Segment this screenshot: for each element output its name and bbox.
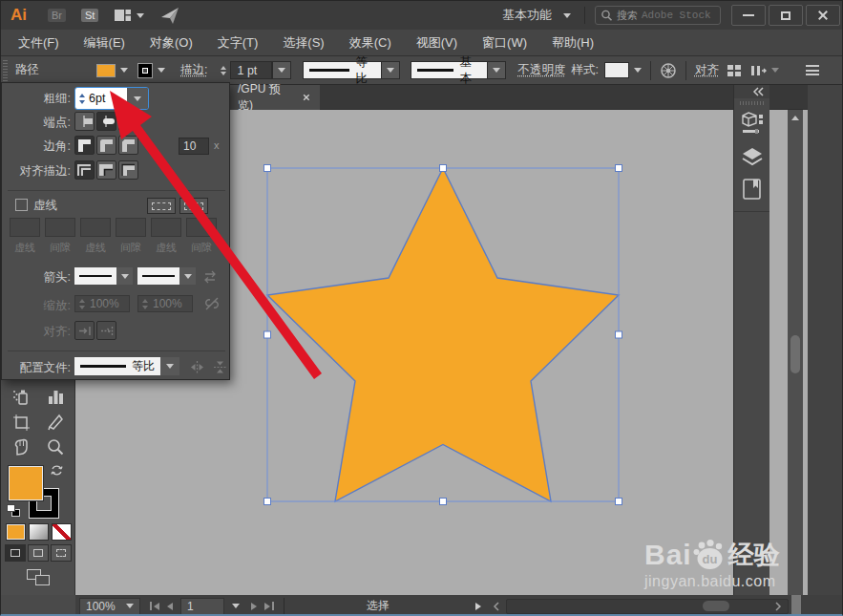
chevron-down-icon[interactable]: [771, 68, 779, 73]
next-artboard-icon[interactable]: [251, 603, 257, 610]
panel-menu-icon[interactable]: [806, 65, 819, 75]
draw-behind-button[interactable]: [28, 544, 49, 562]
chevron-down-icon[interactable]: [158, 68, 165, 73]
color-mode-button[interactable]: [6, 523, 26, 541]
none-mode-button[interactable]: [52, 523, 72, 541]
draw-inside-button[interactable]: [51, 544, 72, 562]
stroke-weight-dropdown[interactable]: [272, 61, 291, 79]
column-graph-tool[interactable]: [44, 386, 67, 407]
join-miter-button[interactable]: [74, 136, 95, 155]
join-bevel-button[interactable]: [118, 136, 138, 155]
stroke-panel-link[interactable]: 描边:: [180, 62, 207, 78]
collapse-panels-icon[interactable]: [750, 86, 766, 97]
default-fill-stroke-icon[interactable]: [7, 504, 20, 517]
align-stroke-center-button[interactable]: [74, 160, 95, 180]
previous-artboard-icon[interactable]: [167, 603, 173, 610]
zoom-tool[interactable]: [44, 436, 67, 457]
menu-help[interactable]: 帮助(H): [552, 34, 594, 52]
document-tab[interactable]: /GPU 预览): [230, 85, 320, 110]
menu-file[interactable]: 文件(F): [18, 34, 59, 52]
gpu-performance-button[interactable]: [159, 6, 180, 25]
hand-tool[interactable]: [10, 436, 32, 457]
recolor-artwork-icon[interactable]: [660, 62, 677, 79]
menu-edit[interactable]: 编辑(E): [84, 34, 125, 52]
align-objects-icon[interactable]: [727, 64, 742, 77]
layers-panel-button[interactable]: [734, 146, 769, 167]
zoom-select[interactable]: 100%: [79, 598, 140, 615]
horizontal-scrollbar[interactable]: [506, 599, 789, 614]
divider: [8, 190, 225, 191]
arrange-documents-button[interactable]: [114, 8, 144, 23]
style-swatch[interactable]: [604, 62, 629, 78]
vertical-scrollbar[interactable]: [788, 110, 803, 595]
dock-grip-icon[interactable]: [740, 101, 764, 105]
close-button[interactable]: [806, 5, 840, 26]
width-profile-dropdown[interactable]: [381, 61, 400, 79]
weight-dropdown[interactable]: [127, 88, 148, 109]
artboard-number-field[interactable]: 1: [180, 598, 224, 615]
dashed-line-checkbox[interactable]: [15, 199, 28, 211]
draw-normal-button[interactable]: [5, 544, 26, 562]
first-artboard-button[interactable]: [150, 602, 159, 610]
join-round-button[interactable]: [96, 136, 116, 155]
artboard-tool[interactable]: [10, 412, 32, 433]
width-profile-select[interactable]: 等比: [74, 357, 179, 375]
workspace-switcher[interactable]: 基本功能: [502, 7, 571, 24]
stroke-color-swatch[interactable]: [137, 63, 153, 78]
stock-button[interactable]: St: [81, 9, 98, 22]
scroll-left-icon[interactable]: [493, 601, 500, 612]
weight-stepper[interactable]: [79, 94, 85, 104]
stroke-weight-stepper[interactable]: [221, 66, 226, 75]
scroll-right-icon[interactable]: [774, 601, 782, 612]
slice-tool[interactable]: [44, 412, 67, 433]
width-profile-select[interactable]: 等比: [303, 61, 381, 79]
bridge-button[interactable]: Br: [48, 9, 66, 22]
stroke-weight-value[interactable]: 1 pt: [230, 61, 272, 79]
vertical-scroll-thumb[interactable]: [790, 335, 800, 373]
fill-indicator[interactable]: [9, 466, 43, 500]
dash-align-button[interactable]: [179, 198, 208, 214]
menu-object[interactable]: 对象(O): [150, 34, 193, 52]
fill-color-swatch[interactable]: [96, 64, 116, 77]
close-tab-icon[interactable]: [303, 94, 310, 101]
brush-dropdown[interactable]: [487, 61, 506, 79]
horizontal-scroll-thumb[interactable]: [703, 601, 729, 611]
chevron-down-icon[interactable]: [634, 68, 642, 73]
maximize-button[interactable]: [769, 5, 803, 26]
chevron-down-icon[interactable]: [120, 68, 128, 73]
illustrator-window: Ai Br St 基本功能 搜索: [0, 0, 843, 616]
libraries-panel-button[interactable]: [734, 178, 769, 201]
status-menu-icon[interactable]: [475, 603, 481, 610]
dash-preserve-button[interactable]: [147, 198, 176, 214]
minimize-button[interactable]: [731, 5, 766, 26]
align-stroke-outside-button[interactable]: [118, 160, 138, 180]
align-stroke-inside-button[interactable]: [96, 160, 116, 180]
weight-input[interactable]: [89, 92, 123, 105]
miter-limit-input[interactable]: [179, 138, 209, 155]
drag-grip-icon[interactable]: [3, 60, 8, 81]
brush-select[interactable]: 基本: [411, 61, 487, 79]
screen-mode-button[interactable]: [1, 569, 75, 585]
menu-view[interactable]: 视图(V): [416, 34, 457, 52]
menu-type[interactable]: 文字(T): [218, 34, 259, 52]
cap-projecting-button[interactable]: [118, 112, 138, 131]
arrowhead-end-select[interactable]: [137, 267, 196, 285]
last-artboard-button[interactable]: [264, 602, 274, 610]
distribute-objects-icon[interactable]: [750, 64, 767, 77]
align-link[interactable]: 对齐: [695, 62, 719, 78]
menu-effect[interactable]: 效果(C): [349, 34, 391, 52]
opacity-link[interactable]: 不透明度: [517, 62, 565, 78]
menu-window[interactable]: 窗口(W): [482, 34, 527, 52]
cap-round-button[interactable]: [96, 112, 116, 131]
cap-butt-button[interactable]: [74, 112, 95, 131]
artboard-dropdown-icon[interactable]: [232, 604, 240, 608]
search-input[interactable]: 搜索 Adobe Stock: [595, 6, 721, 25]
menu-select[interactable]: 选择(S): [283, 34, 324, 52]
symbol-sprayer-tool[interactable]: [10, 386, 32, 407]
gradient-mode-button[interactable]: [29, 523, 49, 541]
scroll-up-icon[interactable]: [791, 116, 799, 120]
star-shape[interactable]: [267, 168, 619, 501]
arrowhead-start-select[interactable]: [74, 267, 133, 285]
swap-fill-stroke-icon[interactable]: [51, 464, 63, 477]
properties-panel-button[interactable]: [734, 111, 769, 136]
